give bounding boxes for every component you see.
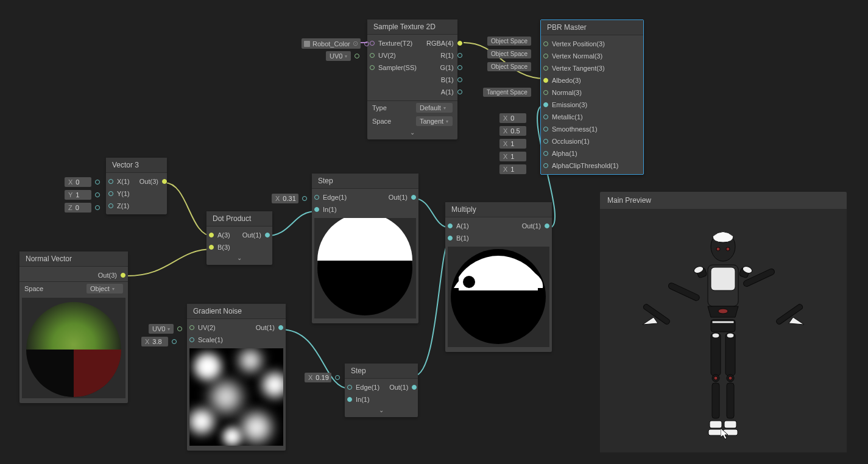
x-input[interactable]: X1	[499, 164, 526, 174]
space-label: Space	[24, 285, 43, 292]
node-title: PBR Master	[541, 20, 643, 35]
svg-point-11	[463, 276, 475, 288]
x-input[interactable]: X0	[499, 113, 526, 123]
node-normal-vector[interactable]: Normal Vector Out(3) Space Object	[19, 251, 128, 403]
space-label: Space	[372, 118, 391, 125]
svg-rect-38	[710, 421, 722, 428]
svg-point-34	[714, 376, 718, 380]
space-pill: Object Space	[487, 37, 531, 46]
node-pbr-master[interactable]: PBR Master Vertex Position(3) Vertex Nor…	[540, 19, 644, 175]
node-gradient-noise[interactable]: Gradient Noise UV(2) Scale(1) Out(1)	[187, 304, 286, 451]
svg-rect-29	[725, 333, 735, 376]
space-dropdown[interactable]: Object	[86, 284, 123, 294]
space-dropdown[interactable]: Tangent	[416, 116, 453, 126]
node-multiply[interactable]: Multiply A(1) B(1) Out(1)	[445, 202, 552, 352]
main-preview-viewport[interactable]	[600, 209, 847, 452]
chevron-down-icon[interactable]: ⌄	[367, 128, 457, 137]
texture-slot-input[interactable]: Robot_Color ⊙	[302, 38, 361, 49]
node-step[interactable]: Step Edge(1) In(1) Out(1)	[312, 174, 418, 323]
node-preview	[189, 348, 283, 446]
svg-point-31	[727, 333, 734, 338]
node-title: Multiply	[445, 202, 552, 217]
type-label: Type	[372, 104, 387, 111]
main-preview-panel[interactable]: Main Preview	[600, 192, 847, 452]
node-title: Step	[312, 174, 418, 189]
svg-point-9	[223, 427, 241, 446]
uv-dropdown[interactable]: UV0	[326, 51, 351, 61]
node-title: Step	[345, 364, 418, 379]
x-input[interactable]: X0.5	[499, 126, 526, 136]
svg-point-13	[716, 247, 720, 251]
space-pill: Object Space	[487, 49, 531, 58]
svg-rect-41	[723, 429, 738, 435]
svg-rect-39	[724, 421, 736, 428]
svg-point-4	[239, 350, 261, 371]
node-step[interactable]: Step Edge(1) In(1) Out(1) ⌄	[345, 364, 418, 417]
svg-point-14	[726, 247, 730, 251]
x-input[interactable]: X1	[499, 152, 526, 161]
svg-point-30	[712, 333, 719, 338]
z-input[interactable]: Z0	[65, 203, 91, 213]
type-dropdown[interactable]: Default	[416, 103, 453, 113]
node-preview	[314, 218, 416, 318]
svg-rect-16	[711, 267, 735, 290]
svg-rect-19	[712, 321, 734, 323]
space-pill: Tangent Space	[483, 88, 531, 97]
node-preview	[448, 247, 549, 347]
x-input[interactable]: X3.8	[141, 337, 168, 346]
svg-rect-36	[712, 383, 719, 418]
main-preview-title: Main Preview	[600, 192, 847, 209]
x-input[interactable]: X0.31	[272, 194, 298, 203]
node-title: Normal Vector	[19, 251, 128, 267]
node-dot-product[interactable]: Dot Product A(3) B(3) Out(1) ⌄	[206, 211, 272, 265]
x-input[interactable]: X0	[65, 177, 91, 187]
x-input[interactable]: X1	[499, 139, 526, 149]
svg-rect-37	[727, 383, 734, 418]
svg-point-6	[211, 382, 241, 412]
node-title: Sample Texture 2D	[367, 19, 457, 35]
svg-point-35	[729, 376, 732, 380]
svg-point-17	[718, 309, 728, 314]
node-vector3[interactable]: Vector 3 X(1) Y(1) Z(1) Out(3)	[106, 158, 167, 214]
chevron-down-icon[interactable]: ⌄	[345, 406, 418, 415]
svg-rect-28	[711, 333, 721, 376]
chevron-down-icon[interactable]: ⌄	[206, 253, 272, 262]
svg-rect-40	[708, 429, 723, 435]
uv-dropdown[interactable]: UV0	[149, 324, 174, 334]
node-preview	[22, 298, 125, 398]
x-input[interactable]: X0.19	[305, 373, 331, 382]
node-sample-texture-2d[interactable]: Sample Texture 2D Texture(T2) UV(2) Samp…	[367, 19, 457, 139]
node-title: Vector 3	[106, 158, 167, 173]
svg-point-3	[194, 353, 221, 380]
node-title: Dot Product	[206, 211, 272, 227]
y-input[interactable]: Y1	[65, 190, 91, 200]
svg-point-7	[189, 409, 214, 434]
space-pill: Object Space	[487, 62, 531, 71]
svg-point-8	[242, 413, 271, 442]
svg-rect-21	[668, 282, 700, 301]
node-title: Gradient Noise	[187, 304, 286, 319]
